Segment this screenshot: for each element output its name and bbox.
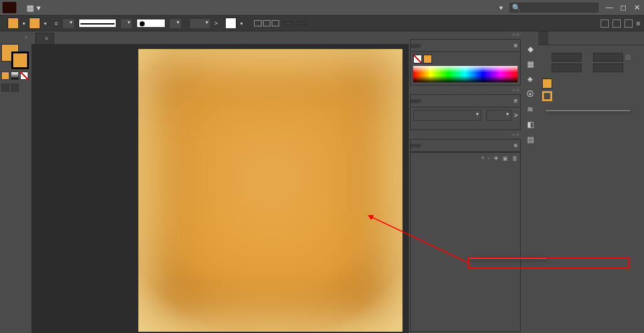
chevron-down-icon: ▾ <box>499 4 503 12</box>
workspace-switcher[interactable]: ▾ <box>497 4 503 12</box>
locate-icon[interactable]: ⌖ <box>481 155 484 161</box>
stroke-swatch[interactable] <box>29 18 40 29</box>
stroke-uniform[interactable] <box>120 18 133 29</box>
document-setup-button[interactable] <box>283 21 293 25</box>
brush-def[interactable] <box>169 18 182 29</box>
options-bar: ▾ ▾ ≎ > ▾ ≡ <box>0 15 644 31</box>
stroke-profile[interactable] <box>79 19 116 28</box>
help-search[interactable]: 🔍 <box>509 3 599 13</box>
minimize-button[interactable]: — <box>605 3 614 12</box>
tab-libraries[interactable] <box>548 31 558 45</box>
toolbox: « <box>0 31 31 333</box>
panels-collapse[interactable]: « ≡ <box>409 31 522 38</box>
align-to-icon[interactable] <box>613 19 621 28</box>
link-wh-icon[interactable]: ⛓ <box>625 54 631 60</box>
transform-w[interactable] <box>593 53 623 62</box>
color-mode-gradient[interactable] <box>11 72 19 80</box>
new-sublayer-icon[interactable]: ✚ <box>494 155 499 161</box>
artwork <box>138 49 402 332</box>
transparency-panel: ≡ > <box>410 94 521 130</box>
layers-footer: ⌖ ▫ ✚ ▣ 🗑 <box>411 152 520 163</box>
document-area: × <box>31 31 409 333</box>
color-none-icon[interactable] <box>413 55 422 63</box>
dock-stroke-icon[interactable]: ≋ <box>525 104 535 114</box>
blur-submenu[interactable] <box>469 258 547 259</box>
graphic-style[interactable] <box>225 18 236 29</box>
transform-icon[interactable] <box>625 19 633 28</box>
panel-menu-icon[interactable]: ≡ <box>636 19 640 27</box>
maximize-button[interactable]: ◻ <box>619 3 628 12</box>
icon-dock: ◆ ▦ ♣ ⦿ ≋ ◧ ▤ <box>522 31 538 333</box>
align-right-icon[interactable] <box>272 20 279 26</box>
color-mode-solid[interactable] <box>1 72 9 80</box>
opacity-field[interactable] <box>189 18 211 29</box>
document-tab[interactable]: × <box>35 33 54 44</box>
arrange-docs-icon[interactable]: ▦ ▾ <box>21 3 46 13</box>
screen-mode-icon[interactable] <box>11 84 19 92</box>
fill-swatch[interactable] <box>8 18 19 29</box>
layers-panel: ≡ ⌖ ▫ ✚ ▣ 🗑 <box>410 139 521 332</box>
artboard[interactable] <box>138 49 402 332</box>
delete-layer-icon[interactable]: 🗑 <box>512 155 518 161</box>
toolbox-collapse[interactable]: « <box>1 34 30 40</box>
dock-brushes-icon[interactable]: ⦿ <box>525 89 535 99</box>
color-mode-none[interactable] <box>20 72 28 80</box>
fill-stroke-control[interactable] <box>1 44 29 69</box>
make-mask-button[interactable] <box>513 124 518 127</box>
tab-artboards[interactable] <box>431 144 441 148</box>
expand-icon[interactable]: > <box>514 112 518 119</box>
panel-menu-icon[interactable]: ≡ <box>514 42 520 49</box>
blend-mode-select[interactable] <box>413 110 481 121</box>
panel-stack: « ≡ ≡ « ≡ ≡ <box>409 31 522 333</box>
appearance-stroke[interactable] <box>542 91 552 101</box>
stroke-color[interactable] <box>11 52 29 69</box>
tab-color[interactable] <box>411 44 421 48</box>
appearance-fill[interactable] <box>542 79 552 89</box>
make-clip-icon[interactable]: ▫ <box>488 155 490 161</box>
dock-swatches-icon[interactable]: ▦ <box>525 59 535 69</box>
brush-preview[interactable] <box>136 19 165 28</box>
dock-color-icon[interactable]: ◆ <box>525 44 535 54</box>
menu-bar: ▦ ▾ ▾ 🔍 — ◻ ✕ <box>0 0 644 15</box>
tab-color-guide[interactable] <box>421 44 431 48</box>
panel-menu-icon[interactable]: ≡ <box>514 142 520 149</box>
align-center-icon[interactable] <box>263 20 270 26</box>
transform-y[interactable] <box>552 63 582 72</box>
opacity-value[interactable] <box>486 110 511 121</box>
tab-properties[interactable] <box>538 31 548 45</box>
dock-align-icon[interactable]: ▤ <box>525 134 535 145</box>
new-layer-icon[interactable]: ▣ <box>502 155 508 161</box>
color-current-icon[interactable] <box>423 55 432 63</box>
draw-mode-icon[interactable] <box>1 84 9 92</box>
tab-layers[interactable] <box>411 144 421 148</box>
help-search-input[interactable] <box>521 3 596 12</box>
transform-h[interactable] <box>593 63 623 72</box>
preferences-button[interactable] <box>297 21 307 25</box>
align-left-icon[interactable] <box>254 20 262 26</box>
transform-x[interactable] <box>552 53 582 62</box>
dock-symbols-icon[interactable]: ♣ <box>525 74 535 84</box>
panel-menu-icon[interactable]: ≡ <box>514 97 520 104</box>
tab-asset-export[interactable] <box>421 144 431 148</box>
color-spectrum[interactable] <box>413 66 518 82</box>
app-logo <box>3 2 16 13</box>
dock-gradient-icon[interactable]: ◧ <box>525 119 535 129</box>
close-button[interactable]: ✕ <box>633 3 641 12</box>
canvas[interactable] <box>31 44 409 333</box>
stroke-weight[interactable] <box>62 18 75 29</box>
snap-icon[interactable] <box>601 19 609 28</box>
close-tab-icon[interactable]: × <box>45 35 48 42</box>
tab-transparency[interactable] <box>411 99 421 103</box>
properties-panel: ⛓ <box>538 31 644 333</box>
effects-menu[interactable] <box>546 110 630 111</box>
color-panel: ≡ <box>410 39 521 85</box>
search-icon: 🔍 <box>512 4 521 12</box>
